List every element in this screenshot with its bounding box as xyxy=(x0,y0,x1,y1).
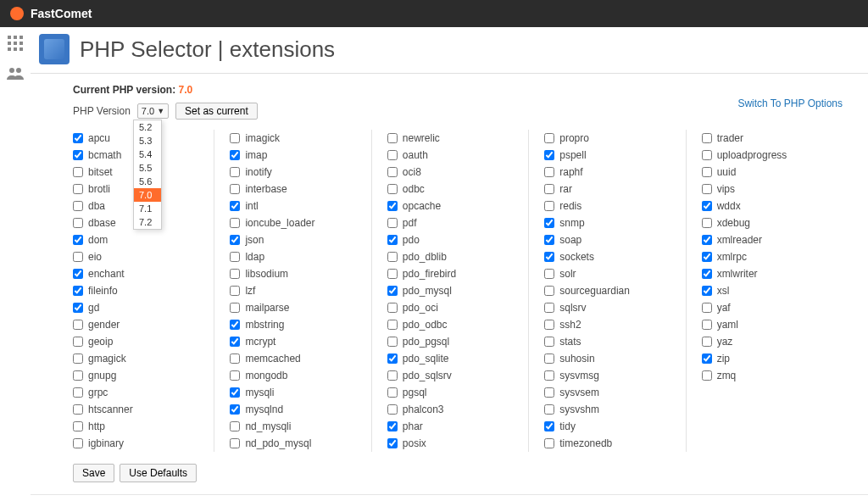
extension-checkbox-pdo_sqlsrv[interactable] xyxy=(387,370,398,381)
extension-checkbox-bitset[interactable] xyxy=(73,167,83,177)
extension-checkbox-intl[interactable] xyxy=(230,201,240,211)
extension-redis[interactable]: redis xyxy=(544,198,676,214)
version-option-5-4[interactable]: 5.4 xyxy=(134,148,161,161)
extension-gd[interactable]: gd xyxy=(73,299,205,316)
extension-libsodium[interactable]: libsodium xyxy=(230,265,362,282)
extension-pdo_firebird[interactable]: pdo_firebird xyxy=(387,265,520,282)
extension-checkbox-propro[interactable] xyxy=(544,133,554,143)
version-option-5-2[interactable]: 5.2 xyxy=(134,120,161,134)
extension-igbinary[interactable]: igbinary xyxy=(73,435,205,452)
extension-odbc[interactable]: odbc xyxy=(387,181,520,198)
extension-lzf[interactable]: lzf xyxy=(230,282,362,299)
extension-checkbox-json[interactable] xyxy=(230,235,240,245)
extension-mysqli[interactable]: mysqli xyxy=(230,384,362,401)
extension-ssh2[interactable]: ssh2 xyxy=(544,316,676,333)
extension-checkbox-oci8[interactable] xyxy=(387,167,398,177)
extension-wddx[interactable]: wddx xyxy=(702,198,834,214)
extension-opcache[interactable]: opcache xyxy=(387,198,520,214)
extension-stats[interactable]: stats xyxy=(544,333,676,350)
extension-checkbox-sysvshm[interactable] xyxy=(544,404,554,415)
extension-checkbox-xmlrpc[interactable] xyxy=(702,252,712,262)
extension-checkbox-posix[interactable] xyxy=(387,438,398,448)
extension-pdo[interactable]: pdo xyxy=(387,231,520,248)
extension-mysqlnd[interactable]: mysqlnd xyxy=(230,401,362,418)
extension-propro[interactable]: propro xyxy=(544,130,676,147)
extension-pdo_pgsql[interactable]: pdo_pgsql xyxy=(387,333,520,350)
extension-checkbox-pgsql[interactable] xyxy=(387,387,398,398)
extension-nd_pdo_mysql[interactable]: nd_pdo_mysql xyxy=(230,435,362,452)
extension-checkbox-mcrypt[interactable] xyxy=(230,337,240,347)
extension-checkbox-phar[interactable] xyxy=(387,421,398,431)
users-icon[interactable] xyxy=(7,67,24,85)
extension-mailparse[interactable]: mailparse xyxy=(230,299,362,316)
extension-checkbox-enchant[interactable] xyxy=(73,269,83,279)
extension-checkbox-yaz[interactable] xyxy=(702,337,712,347)
extension-imap[interactable]: imap xyxy=(230,147,362,164)
extension-checkbox-ioncube_loader[interactable] xyxy=(230,218,240,228)
version-option-7-2[interactable]: 7.2 xyxy=(134,215,161,229)
extension-posix[interactable]: posix xyxy=(387,435,520,452)
extension-sqlsrv[interactable]: sqlsrv xyxy=(544,299,676,316)
extension-zmq[interactable]: zmq xyxy=(702,367,834,384)
extension-enchant[interactable]: enchant xyxy=(73,265,205,282)
extension-checkbox-lzf[interactable] xyxy=(230,286,240,296)
extension-checkbox-uploadprogress[interactable] xyxy=(702,150,712,160)
extension-phalcon3[interactable]: phalcon3 xyxy=(387,401,520,418)
extension-checkbox-soap[interactable] xyxy=(544,235,554,245)
extension-checkbox-oauth[interactable] xyxy=(387,150,398,160)
extension-uploadprogress[interactable]: uploadprogress xyxy=(702,147,834,164)
extension-checkbox-xmlreader[interactable] xyxy=(702,235,712,245)
extension-checkbox-pdf[interactable] xyxy=(387,218,398,228)
extension-dom[interactable]: dom xyxy=(73,231,205,248)
extension-snmp[interactable]: snmp xyxy=(544,214,676,231)
extension-geoip[interactable]: geoip xyxy=(73,333,205,350)
extension-mbstring[interactable]: mbstring xyxy=(230,316,362,333)
extension-yaml[interactable]: yaml xyxy=(702,316,834,333)
extension-checkbox-http[interactable] xyxy=(73,421,83,431)
extension-sysvshm[interactable]: sysvshm xyxy=(544,401,676,418)
extension-xsl[interactable]: xsl xyxy=(702,282,834,299)
extension-checkbox-phalcon3[interactable] xyxy=(387,404,398,415)
extension-pdo_oci[interactable]: pdo_oci xyxy=(387,299,520,316)
extension-pdo_dblib[interactable]: pdo_dblib xyxy=(387,248,520,265)
extension-checkbox-ldap[interactable] xyxy=(230,252,240,262)
extension-ldap[interactable]: ldap xyxy=(230,248,362,265)
extension-checkbox-redis[interactable] xyxy=(544,201,554,211)
extension-yaz[interactable]: yaz xyxy=(702,333,834,350)
extension-checkbox-sysvmsg[interactable] xyxy=(544,370,554,381)
extension-suhosin[interactable]: suhosin xyxy=(544,350,676,367)
extension-json[interactable]: json xyxy=(230,231,362,248)
extension-tidy[interactable]: tidy xyxy=(544,418,676,435)
extension-sockets[interactable]: sockets xyxy=(544,248,676,265)
extension-pgsql[interactable]: pgsql xyxy=(387,384,520,401)
extension-http[interactable]: http xyxy=(73,418,205,435)
extension-checkbox-odbc[interactable] xyxy=(387,184,398,194)
extension-checkbox-suhosin[interactable] xyxy=(544,353,554,364)
extension-mcrypt[interactable]: mcrypt xyxy=(230,333,362,350)
extension-memcached[interactable]: memcached xyxy=(230,350,362,367)
use-defaults-button[interactable]: Use Defaults xyxy=(120,464,197,482)
extension-checkbox-solr[interactable] xyxy=(544,269,554,279)
extension-checkbox-sourceguardian[interactable] xyxy=(544,286,554,296)
extension-checkbox-htscanner[interactable] xyxy=(73,404,83,415)
extension-checkbox-pdo[interactable] xyxy=(387,235,398,245)
extension-checkbox-pdo_odbc[interactable] xyxy=(387,320,398,330)
extension-checkbox-opcache[interactable] xyxy=(387,201,398,211)
extension-checkbox-dbase[interactable] xyxy=(73,218,83,228)
extension-checkbox-gd[interactable] xyxy=(73,303,83,313)
extension-checkbox-geoip[interactable] xyxy=(73,337,83,347)
extension-checkbox-mysqlnd[interactable] xyxy=(230,404,240,415)
extension-checkbox-mysqli[interactable] xyxy=(230,387,240,398)
extension-checkbox-pdo_dblib[interactable] xyxy=(387,252,398,262)
extension-sysvsem[interactable]: sysvsem xyxy=(544,384,676,401)
extension-checkbox-interbase[interactable] xyxy=(230,184,240,194)
extension-interbase[interactable]: interbase xyxy=(230,181,362,198)
extension-newrelic[interactable]: newrelic xyxy=(387,130,520,147)
extension-mongodb[interactable]: mongodb xyxy=(230,367,362,384)
extension-checkbox-imagick[interactable] xyxy=(230,133,240,143)
extension-checkbox-pdo_sqlite[interactable] xyxy=(387,353,398,364)
extension-nd_mysqli[interactable]: nd_mysqli xyxy=(230,418,362,435)
extension-checkbox-inotify[interactable] xyxy=(230,167,240,177)
extension-checkbox-nd_pdo_mysql[interactable] xyxy=(230,438,240,448)
extension-checkbox-rar[interactable] xyxy=(544,184,554,194)
